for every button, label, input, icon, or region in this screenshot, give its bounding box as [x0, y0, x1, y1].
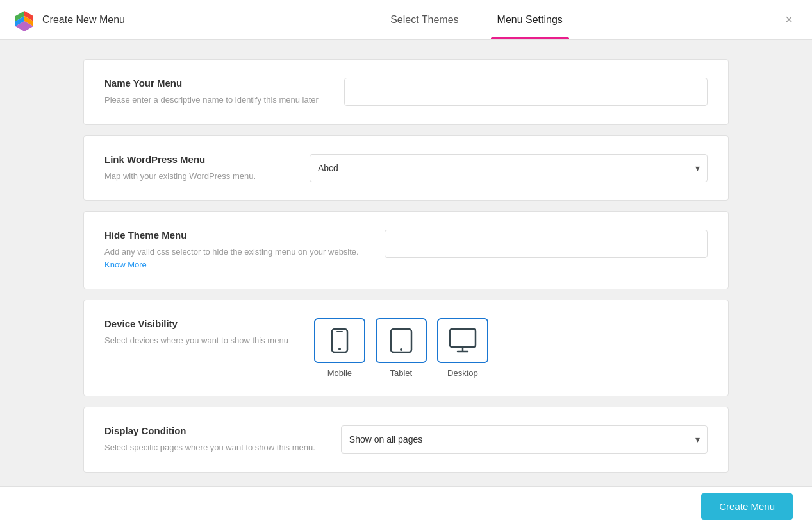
link-wordpress-menu-desc: Map with your existing WordPress menu. [104, 170, 284, 183]
desktop-icon [449, 328, 477, 353]
hide-theme-menu-card: Hide Theme Menu Add any valid css select… [83, 211, 729, 289]
tabs-container: Select Themes Menu Settings [141, 0, 812, 39]
desktop-device-box [437, 318, 488, 363]
link-wordpress-menu-right: Abcd None Primary Menu Footer Menu ▾ [310, 154, 708, 182]
tablet-device-box [376, 318, 427, 363]
tablet-icon [390, 328, 413, 353]
device-row: Mobile Tablet [314, 318, 488, 378]
menu-name-input[interactable] [344, 78, 708, 106]
device-visibility-desc: Select devices where you want to show th… [104, 334, 288, 347]
link-wordpress-menu-title: Link WordPress Menu [104, 154, 284, 165]
wordpress-menu-select-wrapper: Abcd None Primary Menu Footer Menu ▾ [310, 154, 708, 182]
device-buttons-group: Mobile Tablet [314, 318, 488, 378]
display-condition-select[interactable]: Show on all pages Show on home page Show… [341, 425, 708, 454]
svg-rect-10 [450, 329, 476, 347]
display-condition-card: Display Condition Select specific pages … [83, 407, 729, 473]
header-title: Create New Menu [42, 14, 125, 26]
link-wordpress-menu-card: Link WordPress Menu Map with your existi… [83, 135, 729, 201]
hide-theme-menu-left: Hide Theme Menu Add any valid css select… [104, 230, 359, 271]
mobile-device-box [314, 318, 365, 363]
wordpress-menu-select[interactable]: Abcd None Primary Menu Footer Menu [310, 154, 708, 182]
display-condition-title: Display Condition [104, 425, 315, 436]
tab-select-themes[interactable]: Select Themes [384, 0, 465, 39]
tablet-device-button[interactable]: Tablet [376, 318, 427, 378]
mobile-icon [329, 328, 350, 353]
device-visibility-title: Device Visibility [104, 318, 288, 329]
header: Create New Menu Select Themes Menu Setti… [0, 0, 812, 40]
brand-area: Create New Menu [0, 8, 141, 31]
css-selector-input[interactable] [385, 230, 708, 258]
hide-theme-menu-title: Hide Theme Menu [104, 230, 359, 241]
know-more-link[interactable]: Know More [104, 260, 147, 269]
desktop-label: Desktop [447, 368, 478, 378]
device-visibility-right: Mobile Tablet [314, 318, 708, 378]
device-visibility-card: Device Visibility Select devices where y… [83, 300, 729, 396]
display-condition-right: Show on all pages Show on home page Show… [341, 425, 708, 454]
mobile-label: Mobile [327, 368, 352, 378]
display-condition-left: Display Condition Select specific pages … [104, 425, 315, 454]
tab-menu-settings[interactable]: Menu Settings [491, 0, 569, 39]
display-condition-select-wrapper: Show on all pages Show on home page Show… [341, 425, 708, 454]
svg-point-9 [400, 348, 402, 351]
footer: Create Menu [0, 486, 812, 526]
tablet-label: Tablet [390, 368, 413, 378]
name-your-menu-right [344, 78, 708, 106]
link-wordpress-menu-left: Link WordPress Menu Map with your existi… [104, 154, 284, 183]
device-visibility-left: Device Visibility Select devices where y… [104, 318, 288, 347]
close-button[interactable]: × [779, 10, 799, 30]
display-condition-desc: Select specific pages where you want to … [104, 441, 315, 454]
app-logo [13, 8, 36, 31]
create-menu-button[interactable]: Create Menu [701, 493, 793, 520]
name-your-menu-card: Name Your Menu Please enter a descriptiv… [83, 59, 729, 125]
name-your-menu-title: Name Your Menu [104, 78, 319, 89]
name-your-menu-left: Name Your Menu Please enter a descriptiv… [104, 78, 319, 106]
svg-point-6 [338, 348, 341, 350]
name-your-menu-desc: Please enter a descriptive name to ident… [104, 94, 319, 106]
hide-theme-menu-right [385, 230, 708, 258]
desktop-device-button[interactable]: Desktop [437, 318, 488, 378]
hide-theme-menu-desc: Add any valid css selector to hide the e… [104, 246, 359, 271]
mobile-device-button[interactable]: Mobile [314, 318, 365, 378]
main-content: Name Your Menu Please enter a descriptiv… [0, 40, 812, 486]
